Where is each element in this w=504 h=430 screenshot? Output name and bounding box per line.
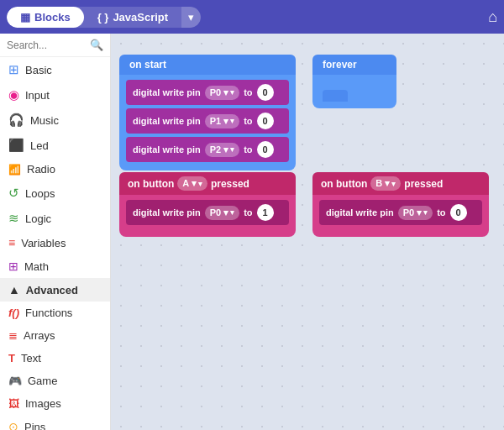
sidebar-label-advanced: Advanced <box>26 284 78 296</box>
on-start-header: on start <box>119 55 296 75</box>
search-box: 🔍 <box>0 34 110 57</box>
sidebar-item-text[interactable]: T Text <box>0 347 110 370</box>
sidebar-label-math: Math <box>24 260 49 273</box>
button-b-block: on button B ▾ pressed digital write pin … <box>312 172 489 237</box>
button-a-block: on button A ▾ pressed digital write pin … <box>119 172 296 237</box>
sidebar-label-pins: Pins <box>24 421 45 431</box>
sidebar-item-variables[interactable]: ≡ Variables <box>0 231 110 254</box>
main-area: 🔍 ⊞ Basic ◉ Input 🎧 Music ⬛ Led 📶 Radio … <box>0 34 504 430</box>
sidebar-label-text: Text <box>21 352 41 364</box>
forever-notch <box>323 90 348 102</box>
led-icon: ⬛ <box>8 138 24 153</box>
variables-icon: ≡ <box>8 236 15 249</box>
search-input[interactable] <box>7 39 87 51</box>
pin-p0-dropdown[interactable]: P0 ▾ <box>205 86 240 100</box>
arrays-icon: ≣ <box>8 329 18 342</box>
button-b-dropdown[interactable]: B ▾ <box>370 176 401 191</box>
sidebar-label-variables: Variables <box>21 237 66 249</box>
button-b-body: digital write pin P0 ▾ to 0 <box>312 195 489 237</box>
js-icon: { } <box>97 11 109 24</box>
button-a-row: digital write pin P0 ▾ to 1 <box>126 200 289 225</box>
toolbar: ▦ Blocks { } JavaScript ▾ ⌂ <box>0 0 504 34</box>
blocks-icon: ▦ <box>20 11 30 24</box>
sidebar-item-music[interactable]: 🎧 Music <box>0 108 110 133</box>
sidebar-item-basic[interactable]: ⊞ Basic <box>0 57 110 82</box>
tab-blocks-label: Blocks <box>34 11 71 24</box>
loops-icon: ↺ <box>8 186 19 201</box>
images-icon: 🖼 <box>8 397 19 410</box>
sidebar-label-functions: Functions <box>25 307 72 319</box>
search-icon: 🔍 <box>90 39 103 51</box>
button-b-header: on button B ▾ pressed <box>312 172 489 195</box>
on-start-row-3: digital write pin P2 ▾ to 0 <box>126 137 289 162</box>
sidebar-item-functions[interactable]: f() Functions <box>0 302 110 324</box>
pin-p1-dropdown[interactable]: P1 ▾ <box>205 114 240 128</box>
button-a-pin-dropdown[interactable]: P0 ▾ <box>205 206 240 220</box>
sidebar-item-advanced[interactable]: ▲ Advanced <box>0 278 110 302</box>
tab-javascript-label: JavaScript <box>113 11 168 24</box>
sidebar-item-radio[interactable]: 📶 Radio <box>0 158 110 181</box>
on-start-row-1: digital write pin P0 ▾ to 0 <box>126 80 289 105</box>
sidebar-item-logic[interactable]: ≋ Logic <box>0 206 110 231</box>
sidebar-item-led[interactable]: ⬛ Led <box>0 133 110 158</box>
sidebar-item-images[interactable]: 🖼 Images <box>0 392 110 415</box>
radio-icon: 📶 <box>8 164 21 176</box>
sidebar-label-arrays: Arrays <box>24 329 55 342</box>
sidebar-label-input: Input <box>25 89 50 102</box>
home-button[interactable]: ⌂ <box>488 8 497 26</box>
forever-block: forever <box>312 55 396 108</box>
sidebar-item-arrays[interactable]: ≣ Arrays <box>0 324 110 347</box>
sidebar-item-game[interactable]: 🎮 Game <box>0 370 110 392</box>
tab-dropdown[interactable]: ▾ <box>181 7 201 28</box>
forever-body <box>312 75 396 108</box>
sidebar-label-logic: Logic <box>25 212 51 225</box>
math-icon: ⊞ <box>8 260 18 273</box>
tab-group: ▦ Blocks { } JavaScript ▾ <box>7 7 201 28</box>
pins-icon: ⊙ <box>8 420 18 430</box>
button-a-body: digital write pin P0 ▾ to 1 <box>119 195 296 237</box>
game-icon: 🎮 <box>8 375 22 387</box>
advanced-icon: ▲ <box>8 283 20 296</box>
forever-header: forever <box>312 55 396 75</box>
sidebar-label-basic: Basic <box>25 64 52 76</box>
sidebar: 🔍 ⊞ Basic ◉ Input 🎧 Music ⬛ Led 📶 Radio … <box>0 34 111 430</box>
button-b-row: digital write pin P0 ▾ to 0 <box>319 200 482 225</box>
pin-p2-dropdown[interactable]: P2 ▾ <box>205 143 240 157</box>
sidebar-label-images: Images <box>25 397 61 410</box>
tab-javascript[interactable]: { } JavaScript <box>84 7 182 28</box>
sidebar-label-led: Led <box>30 139 49 152</box>
sidebar-label-radio: Radio <box>27 163 55 176</box>
sidebar-item-math[interactable]: ⊞ Math <box>0 254 110 278</box>
tab-blocks[interactable]: ▦ Blocks <box>7 7 84 28</box>
logic-icon: ≋ <box>8 211 19 226</box>
text-icon: T <box>8 352 15 364</box>
sidebar-label-game: Game <box>28 375 57 387</box>
music-icon: 🎧 <box>8 113 24 128</box>
sidebar-item-loops[interactable]: ↺ Loops <box>0 181 110 206</box>
button-a-header: on button A ▾ pressed <box>119 172 296 195</box>
sidebar-label-loops: Loops <box>25 187 55 200</box>
button-a-dropdown[interactable]: A ▾ <box>177 176 207 191</box>
button-b-pin-dropdown[interactable]: P0 ▾ <box>398 206 433 220</box>
sidebar-label-music: Music <box>30 114 59 127</box>
on-start-block: on start digital write pin P0 ▾ to 0 dig… <box>119 55 296 170</box>
basic-icon: ⊞ <box>8 62 19 77</box>
sidebar-item-pins[interactable]: ⊙ Pins <box>0 415 110 430</box>
sidebar-item-input[interactable]: ◉ Input <box>0 82 110 108</box>
on-start-row-2: digital write pin P1 ▾ to 0 <box>126 108 289 134</box>
on-start-body: digital write pin P0 ▾ to 0 digital writ… <box>119 75 296 170</box>
input-icon: ◉ <box>8 87 19 102</box>
canvas: on start digital write pin P0 ▾ to 0 dig… <box>111 34 504 430</box>
functions-icon: f() <box>8 307 19 319</box>
